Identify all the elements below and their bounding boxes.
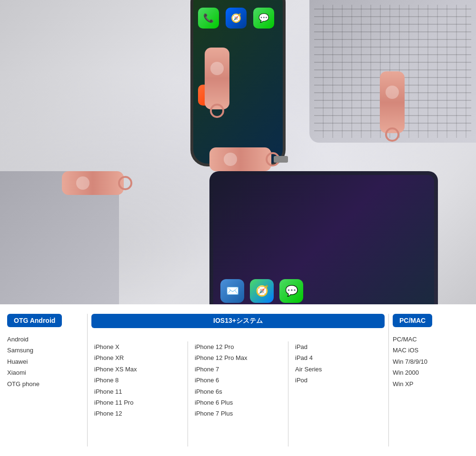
android-header: OTG Android: [7, 314, 62, 327]
pc-item-3: Win 7/8/9/10: [393, 356, 469, 367]
ios-col2-item-5: iPhone 6s: [195, 386, 281, 397]
android-item-4: Xiaomi: [7, 367, 83, 378]
ios-col2-item-4: iPhone 6: [195, 375, 281, 386]
android-item-2: Samsung: [7, 345, 83, 356]
ios-col1-item-1: iPhone X: [94, 341, 181, 352]
ios-col1-item-2: iPhone XR: [94, 352, 181, 363]
ios-col1-item-3: iPhone XS Max: [94, 364, 181, 375]
ios-col1-item-4: iPhone 8: [94, 375, 181, 386]
drive3-ring: [118, 176, 132, 190]
ios-col3-item-1: iPad: [295, 341, 382, 352]
ipad-app-safari: 🧭: [250, 279, 274, 303]
usb-drive-1: [205, 48, 229, 109]
ios-col3-item-2: iPad 4: [295, 352, 382, 363]
ipad-screen: ✉️ 🧭 💬: [213, 175, 434, 304]
product-image: 📞 🧭 💬 🎵 ✉️ 🧭 💬: [0, 0, 476, 304]
ios-col1-item-6: iPhone 11 Pro: [94, 397, 181, 408]
ios-list-1: iPhone X iPhone XR iPhone XS Max iPhone …: [94, 341, 181, 419]
divider-ios-pc: [388, 314, 389, 446]
ios-sub-col-2: iPhone 12 Pro iPhone 12 Pro Max iPhone 7…: [192, 341, 284, 446]
ipad-app-messages: 💬: [279, 279, 303, 303]
pc-list: PC/MAC MAC iOS Win 7/8/9/10 Win 2000 Win…: [393, 334, 469, 389]
drive3-logo: [76, 176, 89, 190]
iphone-app-safari: 🧭: [226, 8, 247, 29]
android-item-3: Huawei: [7, 356, 83, 367]
android-column: OTG Android Android Samsung Huawei Xiaom…: [7, 314, 83, 446]
ios-col1-item-7: iPhone 12: [94, 408, 181, 419]
ios-col3-item-3: Air Series: [295, 364, 382, 375]
iphone-app-phone: 📞: [198, 8, 219, 29]
ios-sub-col-3: iPad iPad 4 Air Series iPod: [292, 341, 385, 446]
ipad-device: ✉️ 🧭 💬: [209, 171, 438, 304]
ios-column: IOS13+システム iPhone X iPhone XR iPhone XS …: [91, 314, 385, 446]
drive2-ring: [385, 127, 399, 142]
pc-item-4: Win 2000: [393, 367, 469, 378]
usb-drive-4: [209, 147, 271, 171]
pc-item-5: Win XP: [393, 378, 469, 389]
pc-header: PC/MAC: [393, 314, 432, 327]
drive1-ring: [210, 104, 224, 118]
drive1-logo: [210, 62, 224, 75]
drive4-logo: [224, 153, 237, 166]
ios-col2-item-7: iPhone 7 Plus: [195, 408, 281, 419]
drive4-usb-connector: [274, 156, 288, 163]
divider-android-ios: [87, 314, 88, 446]
ios-col3-item-4: iPod: [295, 375, 382, 386]
android-list: Android Samsung Huawei Xiaomi OTG phone: [7, 334, 83, 389]
ios-header-container: IOS13+システム: [91, 314, 385, 335]
ios-sub-col-1: iPhone X iPhone XR iPhone XS Max iPhone …: [91, 341, 184, 446]
pc-column: PC/MAC PC/MAC MAC iOS Win 7/8/9/10 Win 2…: [393, 314, 469, 446]
pc-item-1: PC/MAC: [393, 334, 469, 345]
info-section: OTG Android Android Samsung Huawei Xiaom…: [0, 304, 476, 456]
ios-col2-item-3: iPhone 7: [195, 364, 281, 375]
ios-list-2: iPhone 12 Pro iPhone 12 Pro Max iPhone 7…: [195, 341, 281, 419]
usb-drive-3: [62, 171, 124, 195]
usb-drive-2: [380, 71, 405, 133]
ios-col2-item-6: iPhone 6 Plus: [195, 397, 281, 408]
pc-item-2: MAC iOS: [393, 345, 469, 356]
android-item-5: OTG phone: [7, 378, 83, 389]
ipad-app-mail: ✉️: [220, 279, 244, 303]
ios-header: IOS13+システム: [91, 314, 385, 328]
drive2-logo: [386, 86, 399, 99]
ios-list-3: iPad iPad 4 Air Series iPod: [295, 341, 382, 386]
divider-ios-col2-3: [288, 341, 288, 446]
ios-col1-item-5: iPhone 11: [94, 386, 181, 397]
iphone-app-messages: 💬: [253, 8, 274, 29]
ios-columns-container: iPhone X iPhone XR iPhone XS Max iPhone …: [91, 341, 385, 446]
divider-ios-col1-2: [188, 341, 188, 446]
android-item-1: Android: [7, 334, 83, 345]
ios-col2-item-1: iPhone 12 Pro: [195, 341, 281, 352]
ios-col2-item-2: iPhone 12 Pro Max: [195, 352, 281, 363]
